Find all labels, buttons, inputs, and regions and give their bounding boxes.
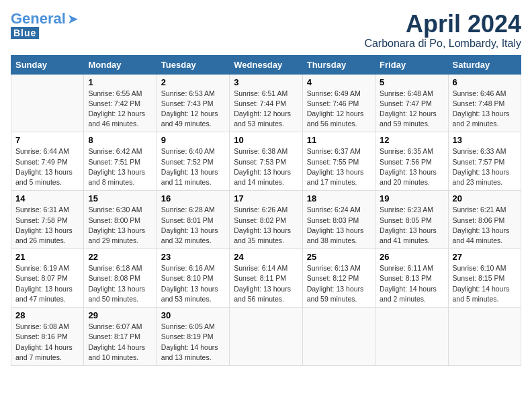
day-number: 6 bbox=[453, 77, 517, 87]
calendar-cell bbox=[448, 308, 521, 366]
calendar-cell: 4Sunrise: 6:49 AM Sunset: 7:46 PM Daylig… bbox=[302, 74, 375, 132]
calendar-cell: 3Sunrise: 6:51 AM Sunset: 7:44 PM Daylig… bbox=[230, 74, 302, 132]
day-number: 18 bbox=[307, 193, 371, 203]
location-title: Carbonara di Po, Lombardy, Italy bbox=[364, 38, 521, 50]
day-info: Sunrise: 6:26 AM Sunset: 8:02 PM Dayligh… bbox=[234, 205, 298, 246]
calendar-cell bbox=[11, 74, 84, 132]
calendar-cell bbox=[375, 308, 448, 366]
calendar-cell: 10Sunrise: 6:38 AM Sunset: 7:53 PM Dayli… bbox=[230, 132, 302, 191]
day-info: Sunrise: 6:48 AM Sunset: 7:47 PM Dayligh… bbox=[380, 89, 443, 130]
day-info: Sunrise: 6:55 AM Sunset: 7:42 PM Dayligh… bbox=[88, 89, 152, 130]
day-number: 23 bbox=[161, 252, 225, 262]
calendar-cell: 1Sunrise: 6:55 AM Sunset: 7:42 PM Daylig… bbox=[84, 74, 157, 132]
day-of-week-header: Friday bbox=[375, 55, 448, 74]
calendar-cell: 20Sunrise: 6:21 AM Sunset: 8:06 PM Dayli… bbox=[448, 191, 521, 249]
day-info: Sunrise: 6:35 AM Sunset: 7:56 PM Dayligh… bbox=[380, 146, 443, 187]
calendar-cell: 17Sunrise: 6:26 AM Sunset: 8:02 PM Dayli… bbox=[230, 191, 302, 249]
day-number: 10 bbox=[234, 135, 298, 145]
day-number: 21 bbox=[15, 252, 79, 262]
calendar-week-row: 7Sunrise: 6:44 AM Sunset: 7:49 PM Daylig… bbox=[11, 132, 521, 191]
calendar-cell: 8Sunrise: 6:42 AM Sunset: 7:51 PM Daylig… bbox=[84, 132, 157, 191]
day-info: Sunrise: 6:49 AM Sunset: 7:46 PM Dayligh… bbox=[307, 89, 371, 130]
day-number: 9 bbox=[161, 135, 225, 145]
day-number: 11 bbox=[307, 135, 371, 145]
day-info: Sunrise: 6:18 AM Sunset: 8:08 PM Dayligh… bbox=[88, 263, 152, 304]
day-info: Sunrise: 6:30 AM Sunset: 8:00 PM Dayligh… bbox=[88, 205, 152, 246]
calendar-table: SundayMondayTuesdayWednesdayThursdayFrid… bbox=[11, 55, 521, 366]
title-area: April 2024 Carbonara di Po, Lombardy, It… bbox=[364, 11, 521, 50]
page-header: General ➤ Blue April 2024 Carbonara di P… bbox=[11, 11, 521, 50]
calendar-cell: 11Sunrise: 6:37 AM Sunset: 7:55 PM Dayli… bbox=[302, 132, 375, 191]
day-info: Sunrise: 6:07 AM Sunset: 8:17 PM Dayligh… bbox=[88, 322, 152, 363]
calendar-cell: 29Sunrise: 6:07 AM Sunset: 8:17 PM Dayli… bbox=[84, 308, 157, 366]
day-number: 26 bbox=[380, 252, 443, 262]
day-info: Sunrise: 6:11 AM Sunset: 8:13 PM Dayligh… bbox=[380, 263, 443, 304]
calendar-week-row: 21Sunrise: 6:19 AM Sunset: 8:07 PM Dayli… bbox=[11, 249, 521, 308]
calendar-cell: 26Sunrise: 6:11 AM Sunset: 8:13 PM Dayli… bbox=[375, 249, 448, 308]
day-number: 4 bbox=[307, 77, 371, 87]
calendar-cell: 24Sunrise: 6:14 AM Sunset: 8:11 PM Dayli… bbox=[230, 249, 302, 308]
day-of-week-header: Sunday bbox=[11, 55, 84, 74]
logo: General ➤ Blue bbox=[11, 11, 79, 39]
day-number: 15 bbox=[88, 193, 152, 203]
day-number: 7 bbox=[15, 135, 79, 145]
calendar-cell: 25Sunrise: 6:13 AM Sunset: 8:12 PM Dayli… bbox=[302, 249, 375, 308]
day-number: 29 bbox=[88, 310, 152, 320]
day-number: 2 bbox=[161, 77, 225, 87]
day-number: 16 bbox=[161, 193, 225, 203]
day-info: Sunrise: 6:08 AM Sunset: 8:16 PM Dayligh… bbox=[15, 322, 79, 363]
day-number: 30 bbox=[161, 310, 225, 320]
day-info: Sunrise: 6:37 AM Sunset: 7:55 PM Dayligh… bbox=[307, 146, 371, 187]
calendar-cell: 14Sunrise: 6:31 AM Sunset: 7:58 PM Dayli… bbox=[11, 191, 84, 249]
day-info: Sunrise: 6:28 AM Sunset: 8:01 PM Dayligh… bbox=[161, 205, 225, 246]
calendar-cell: 12Sunrise: 6:35 AM Sunset: 7:56 PM Dayli… bbox=[375, 132, 448, 191]
calendar-cell: 28Sunrise: 6:08 AM Sunset: 8:16 PM Dayli… bbox=[11, 308, 84, 366]
day-info: Sunrise: 6:24 AM Sunset: 8:03 PM Dayligh… bbox=[307, 205, 371, 246]
day-info: Sunrise: 6:51 AM Sunset: 7:44 PM Dayligh… bbox=[234, 89, 298, 130]
day-info: Sunrise: 6:40 AM Sunset: 7:52 PM Dayligh… bbox=[161, 146, 225, 187]
day-number: 12 bbox=[380, 135, 443, 145]
calendar-week-row: 28Sunrise: 6:08 AM Sunset: 8:16 PM Dayli… bbox=[11, 308, 521, 366]
day-number: 1 bbox=[88, 77, 152, 87]
logo-text: General bbox=[11, 11, 66, 26]
calendar-cell: 16Sunrise: 6:28 AM Sunset: 8:01 PM Dayli… bbox=[157, 191, 229, 249]
day-info: Sunrise: 6:10 AM Sunset: 8:15 PM Dayligh… bbox=[453, 263, 517, 304]
calendar-cell: 15Sunrise: 6:30 AM Sunset: 8:00 PM Dayli… bbox=[84, 191, 157, 249]
day-number: 14 bbox=[15, 193, 79, 203]
calendar-cell: 22Sunrise: 6:18 AM Sunset: 8:08 PM Dayli… bbox=[84, 249, 157, 308]
day-number: 22 bbox=[88, 252, 152, 262]
calendar-cell: 23Sunrise: 6:16 AM Sunset: 8:10 PM Dayli… bbox=[157, 249, 229, 308]
day-info: Sunrise: 6:38 AM Sunset: 7:53 PM Dayligh… bbox=[234, 146, 298, 187]
calendar-cell: 7Sunrise: 6:44 AM Sunset: 7:49 PM Daylig… bbox=[11, 132, 84, 191]
day-of-week-header: Monday bbox=[84, 55, 157, 74]
calendar-cell: 18Sunrise: 6:24 AM Sunset: 8:03 PM Dayli… bbox=[302, 191, 375, 249]
day-number: 5 bbox=[380, 77, 443, 87]
day-info: Sunrise: 6:31 AM Sunset: 7:58 PM Dayligh… bbox=[15, 205, 79, 246]
day-info: Sunrise: 6:14 AM Sunset: 8:11 PM Dayligh… bbox=[234, 263, 298, 304]
calendar-week-row: 14Sunrise: 6:31 AM Sunset: 7:58 PM Dayli… bbox=[11, 191, 521, 249]
day-number: 24 bbox=[234, 252, 298, 262]
calendar-cell: 13Sunrise: 6:33 AM Sunset: 7:57 PM Dayli… bbox=[448, 132, 521, 191]
day-number: 17 bbox=[234, 193, 298, 203]
calendar-cell: 19Sunrise: 6:23 AM Sunset: 8:05 PM Dayli… bbox=[375, 191, 448, 249]
calendar-cell: 9Sunrise: 6:40 AM Sunset: 7:52 PM Daylig… bbox=[157, 132, 229, 191]
month-title: April 2024 bbox=[364, 11, 521, 38]
day-info: Sunrise: 6:33 AM Sunset: 7:57 PM Dayligh… bbox=[453, 146, 517, 187]
day-info: Sunrise: 6:21 AM Sunset: 8:06 PM Dayligh… bbox=[453, 205, 517, 246]
day-info: Sunrise: 6:42 AM Sunset: 7:51 PM Dayligh… bbox=[88, 146, 152, 187]
day-info: Sunrise: 6:13 AM Sunset: 8:12 PM Dayligh… bbox=[307, 263, 371, 304]
day-info: Sunrise: 6:23 AM Sunset: 8:05 PM Dayligh… bbox=[380, 205, 443, 246]
day-number: 27 bbox=[453, 252, 517, 262]
day-number: 13 bbox=[453, 135, 517, 145]
day-of-week-header: Thursday bbox=[302, 55, 375, 74]
day-info: Sunrise: 6:05 AM Sunset: 8:19 PM Dayligh… bbox=[161, 322, 225, 363]
day-number: 19 bbox=[380, 193, 443, 203]
logo-blue: Blue bbox=[11, 27, 39, 39]
day-info: Sunrise: 6:44 AM Sunset: 7:49 PM Dayligh… bbox=[15, 146, 79, 187]
day-info: Sunrise: 6:53 AM Sunset: 7:43 PM Dayligh… bbox=[161, 89, 225, 130]
calendar-cell bbox=[302, 308, 375, 366]
day-info: Sunrise: 6:16 AM Sunset: 8:10 PM Dayligh… bbox=[161, 263, 225, 304]
calendar-header-row: SundayMondayTuesdayWednesdayThursdayFrid… bbox=[11, 55, 521, 74]
calendar-cell: 6Sunrise: 6:46 AM Sunset: 7:48 PM Daylig… bbox=[448, 74, 521, 132]
calendar-cell: 5Sunrise: 6:48 AM Sunset: 7:47 PM Daylig… bbox=[375, 74, 448, 132]
